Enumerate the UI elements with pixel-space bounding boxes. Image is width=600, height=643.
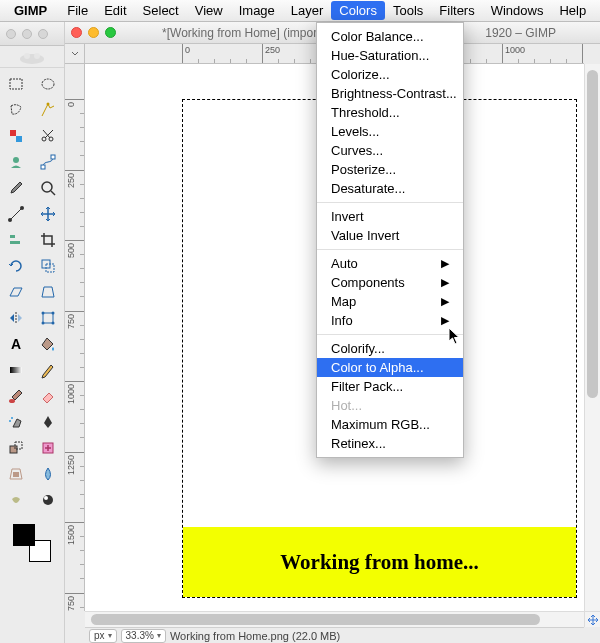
eraser-icon[interactable] <box>34 384 62 408</box>
ink-icon[interactable] <box>34 410 62 434</box>
scrollbar-thumb[interactable] <box>91 614 540 625</box>
minimize-button[interactable] <box>88 27 99 38</box>
menu-item-label: Maximum RGB... <box>331 417 430 432</box>
paintbrush-icon[interactable] <box>2 384 30 408</box>
free-select-icon[interactable] <box>2 98 30 122</box>
menu-item-brightness-contrast[interactable]: Brightness-Contrast... <box>317 84 463 103</box>
chevron-right-icon: ▶ <box>441 276 449 289</box>
menu-item-color-balance[interactable]: Color Balance... <box>317 27 463 46</box>
perspective-icon[interactable] <box>34 280 62 304</box>
menu-item-maximum-rgb[interactable]: Maximum RGB... <box>317 415 463 434</box>
unit-selector[interactable]: px▾ <box>89 629 117 643</box>
zoom-selector[interactable]: 33.3%▾ <box>121 629 166 643</box>
zoom-button[interactable] <box>105 27 116 38</box>
svg-point-22 <box>52 322 55 325</box>
blur-icon[interactable] <box>34 462 62 486</box>
blend-icon[interactable] <box>2 358 30 382</box>
menu-item-colorize[interactable]: Colorize... <box>317 65 463 84</box>
scale-icon[interactable] <box>34 254 62 278</box>
menu-item-color-to-alpha[interactable]: Color to Alpha... <box>317 358 463 377</box>
toolbox-max-icon[interactable] <box>38 29 48 39</box>
svg-point-5 <box>47 103 50 106</box>
fuzzy-select-icon[interactable] <box>34 98 62 122</box>
toolbox-min-icon[interactable] <box>22 29 32 39</box>
menu-select[interactable]: Select <box>135 1 187 20</box>
menu-colors[interactable]: Colors <box>331 1 385 20</box>
shear-icon[interactable] <box>2 280 30 304</box>
menu-view[interactable]: View <box>187 1 231 20</box>
ruler-origin[interactable] <box>65 44 85 64</box>
pencil-icon[interactable] <box>34 358 62 382</box>
color-swatches[interactable] <box>13 524 51 562</box>
menu-item-threshold[interactable]: Threshold... <box>317 103 463 122</box>
cage-icon[interactable] <box>34 306 62 330</box>
svg-point-21 <box>52 312 55 315</box>
menu-help[interactable]: Help <box>551 1 594 20</box>
scrollbar-thumb[interactable] <box>587 70 598 398</box>
rotate-icon[interactable] <box>2 254 30 278</box>
heal-icon[interactable] <box>34 436 62 460</box>
text-icon[interactable]: A <box>2 332 30 356</box>
dodge-burn-icon[interactable] <box>34 488 62 512</box>
menu-file[interactable]: File <box>59 1 96 20</box>
bucket-fill-icon[interactable] <box>34 332 62 356</box>
menu-edit[interactable]: Edit <box>96 1 134 20</box>
toolbox-titlebar <box>0 22 64 46</box>
menu-item-info[interactable]: Info▶ <box>317 311 463 330</box>
menu-item-invert[interactable]: Invert <box>317 207 463 226</box>
svg-rect-11 <box>41 165 45 169</box>
measure-icon[interactable] <box>2 202 30 226</box>
horizontal-scrollbar[interactable] <box>85 611 584 627</box>
menubar: GIMP File Edit Select View Image Layer C… <box>0 0 600 22</box>
menu-item-desaturate[interactable]: Desaturate... <box>317 179 463 198</box>
by-color-select-icon[interactable] <box>2 124 30 148</box>
menu-filters[interactable]: Filters <box>431 1 482 20</box>
svg-point-1 <box>24 53 30 59</box>
menu-item-value-invert[interactable]: Value Invert <box>317 226 463 245</box>
menu-item-components[interactable]: Components▶ <box>317 273 463 292</box>
menu-tools[interactable]: Tools <box>385 1 431 20</box>
smudge-icon[interactable] <box>2 488 30 512</box>
toolbox-close-icon[interactable] <box>6 29 16 39</box>
flip-icon[interactable] <box>2 306 30 330</box>
foreground-select-icon[interactable] <box>2 150 30 174</box>
menu-item-curves[interactable]: Curves... <box>317 141 463 160</box>
svg-point-4 <box>42 79 54 89</box>
scissors-select-icon[interactable] <box>34 124 62 148</box>
svg-rect-25 <box>10 367 22 373</box>
menu-item-retinex[interactable]: Retinex... <box>317 434 463 453</box>
menu-item-map[interactable]: Map▶ <box>317 292 463 311</box>
menu-item-hue-saturation[interactable]: Hue-Saturation... <box>317 46 463 65</box>
menu-windows[interactable]: Windows <box>483 1 552 20</box>
airbrush-icon[interactable] <box>2 410 30 434</box>
menu-item-label: Hot... <box>331 398 362 413</box>
fg-color-swatch[interactable] <box>13 524 35 546</box>
color-picker-icon[interactable] <box>2 176 30 200</box>
move-icon[interactable] <box>34 202 62 226</box>
menu-item-label: Brightness-Contrast... <box>331 86 457 101</box>
vertical-ruler[interactable]: 02505007501000125015001750 <box>65 64 85 611</box>
svg-rect-3 <box>10 79 22 89</box>
close-button[interactable] <box>71 27 82 38</box>
clone-icon[interactable] <box>2 436 30 460</box>
menu-item-posterize[interactable]: Posterize... <box>317 160 463 179</box>
zoom-icon[interactable] <box>34 176 62 200</box>
menu-item-auto[interactable]: Auto▶ <box>317 254 463 273</box>
svg-rect-6 <box>10 130 16 136</box>
chevron-right-icon: ▶ <box>441 314 449 327</box>
menu-item-label: Map <box>331 294 356 309</box>
ellipse-select-icon[interactable] <box>34 72 62 96</box>
align-icon[interactable] <box>2 228 30 252</box>
menu-item-colorify[interactable]: Colorify... <box>317 339 463 358</box>
menu-item-filter-pack[interactable]: Filter Pack... <box>317 377 463 396</box>
paths-icon[interactable] <box>34 150 62 174</box>
rect-select-icon[interactable] <box>2 72 30 96</box>
menu-image[interactable]: Image <box>231 1 283 20</box>
menu-item-levels[interactable]: Levels... <box>317 122 463 141</box>
menu-layer[interactable]: Layer <box>283 1 332 20</box>
navigation-preview-button[interactable] <box>584 611 600 627</box>
vertical-scrollbar[interactable] <box>584 64 600 611</box>
crop-icon[interactable] <box>34 228 62 252</box>
perspective-clone-icon[interactable] <box>2 462 30 486</box>
menu-item-label: Color to Alpha... <box>331 360 424 375</box>
